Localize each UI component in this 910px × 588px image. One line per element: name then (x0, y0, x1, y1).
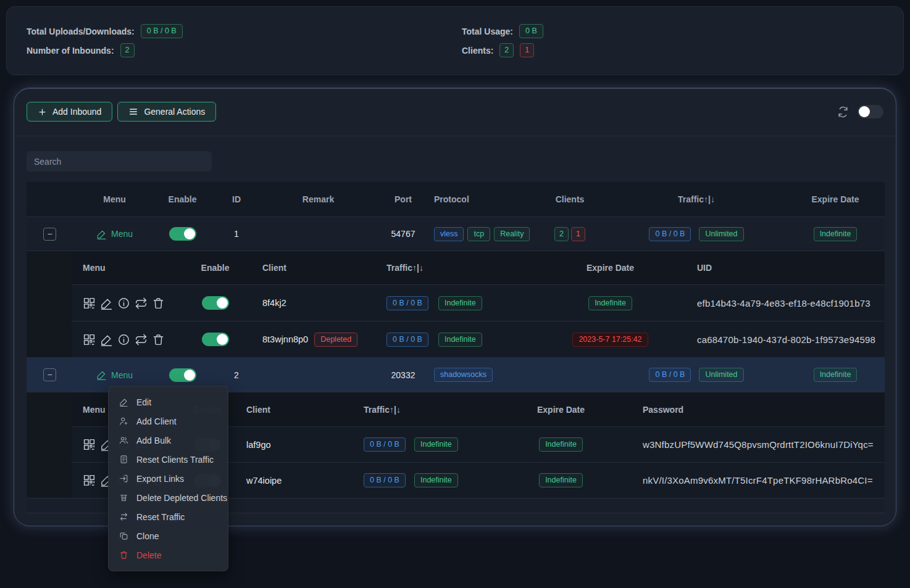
security-tag: Reality (494, 227, 530, 241)
depleted-badge: Depleted (314, 333, 357, 347)
menu-item-label: Delete Depleted Clients (136, 493, 227, 503)
toggle-knob (217, 297, 228, 308)
toggle-knob (859, 106, 870, 117)
file-icon (119, 455, 128, 464)
menu-item-delete[interactable]: Delete (109, 545, 228, 565)
header-uid: UID (683, 263, 885, 273)
inbound-row-1: − Menu 1 54767 vless tcp Reality 2 1 0 (27, 217, 885, 251)
menu-lines-icon (128, 107, 138, 117)
inbound-enable-toggle[interactable] (169, 368, 196, 382)
traffic-badge: 0 B / 0 B (386, 296, 428, 310)
inbound-protocol-tags: vless tcp Reality (434, 227, 533, 241)
client-enable-toggle[interactable] (202, 296, 229, 310)
inbound-id: 1 (209, 229, 264, 239)
toggle-knob (184, 370, 195, 381)
menu-item-reset-traffic[interactable]: Reset Traffic (109, 507, 228, 526)
header-menu: Menu (73, 194, 156, 204)
inbound-port: 20332 (372, 370, 434, 380)
user-add-icon (119, 416, 128, 426)
qr-code-icon[interactable] (83, 438, 96, 451)
header-expire-date: Expire Date (504, 405, 618, 415)
traffic-limit-badge: Indefinite (438, 333, 482, 347)
add-inbound-label: Add Inbound (52, 107, 101, 117)
transport-tag: tcp (467, 227, 490, 241)
protocol-tag: vless (434, 227, 464, 241)
client-name-group: 8t3wjnn8p0 Depleted (241, 333, 359, 347)
add-inbound-button[interactable]: Add Inbound (27, 102, 112, 122)
stat-label: Total Usage: (462, 27, 513, 36)
stat-total-uploads-downloads: Total Uploads/Downloads: 0 B / 0 B (27, 24, 462, 38)
inbounds-table-header: Menu Enable ID Remark Port Protocol Clie… (27, 182, 885, 217)
expire-badge: Indefinite (588, 296, 632, 310)
header-traffic[interactable]: Traffic↑|↓ (607, 194, 786, 204)
header-port: Port (372, 194, 434, 204)
trash-icon[interactable] (152, 297, 165, 310)
inbound-id: 2 (209, 370, 264, 380)
search-input[interactable] (27, 151, 212, 172)
traffic-limit-badge: Unlimited (699, 227, 743, 241)
header-menu: Menu (72, 263, 189, 273)
traffic-badge: 0 B / 0 B (364, 473, 406, 487)
reset-traffic-icon[interactable] (135, 297, 148, 310)
clients-table-header: Menu Enable Client Traffic↑|↓ Expire Dat… (72, 251, 885, 284)
qr-code-icon[interactable] (83, 474, 96, 487)
edit-pencil-icon (119, 397, 128, 407)
info-icon[interactable] (117, 297, 130, 310)
header-clients: Clients (533, 194, 607, 204)
client-name: 8t3wjnn8p0 (262, 334, 308, 344)
toolbar-right (837, 105, 883, 118)
stat-clients: Clients: 2 1 (462, 43, 883, 57)
inbound-enable-toggle[interactable] (169, 227, 196, 241)
row-menu-label: Menu (111, 370, 133, 380)
bin-icon (119, 493, 128, 502)
toggle-knob (184, 228, 195, 239)
trash-icon[interactable] (152, 333, 165, 346)
clients-depleted-badge: 1 (571, 227, 585, 241)
reset-traffic-icon[interactable] (135, 333, 148, 346)
traffic-badge: 0 B / 0 B (649, 227, 691, 241)
menu-item-label: Add Bulk (136, 436, 171, 445)
info-icon[interactable] (117, 333, 130, 346)
expire-badge: Indefinite (539, 473, 583, 487)
row-menu-button[interactable]: Menu (96, 229, 133, 239)
client-traffic: 0 B / 0 B Indefinite (359, 296, 538, 310)
client-enable-toggle[interactable] (202, 333, 229, 346)
clients-active-badge: 2 (499, 43, 514, 57)
qr-code-icon[interactable] (83, 297, 96, 310)
menu-item-label: Edit (136, 397, 151, 407)
edit-pencil-icon[interactable] (100, 297, 113, 310)
inbound-expire: Indefinite (786, 368, 885, 382)
refresh-icon[interactable] (837, 106, 849, 118)
stat-total-usage: Total Usage: 0 B (462, 24, 883, 38)
edit-pencil-icon[interactable] (100, 333, 113, 346)
menu-item-edit[interactable]: Edit (109, 392, 228, 412)
auto-refresh-toggle[interactable] (858, 105, 883, 118)
menu-item-reset-clients-traffic[interactable]: Reset Clients Traffic (109, 450, 228, 469)
menu-item-add-bulk[interactable]: Add Bulk (109, 431, 228, 450)
toolbar: Add Inbound General Actions (27, 102, 883, 122)
traffic-limit-badge: Indefinite (438, 296, 482, 310)
collapse-row-button[interactable]: − (43, 228, 56, 241)
general-actions-label: General Actions (144, 107, 205, 117)
header-traffic[interactable]: Traffic↑|↓ (359, 263, 538, 273)
stat-label: Number of Inbounds: (27, 46, 114, 56)
menu-item-add-client[interactable]: Add Client (109, 412, 228, 431)
menu-item-export-links[interactable]: Export Links (109, 469, 228, 488)
menu-item-clone[interactable]: Clone (109, 526, 228, 545)
menu-item-delete-depleted-clients[interactable]: Delete Depleted Clients (109, 488, 228, 507)
client-name: laf9go (229, 440, 343, 450)
general-actions-button[interactable]: General Actions (117, 102, 216, 122)
qr-code-icon[interactable] (83, 333, 96, 346)
menu-item-label: Reset Clients Traffic (136, 455, 214, 465)
edit-pencil-icon (96, 370, 107, 380)
toolbar-divider (14, 136, 896, 136)
inbound-protocol-tags: shadowsocks (434, 368, 533, 382)
menu-item-label: Add Client (136, 416, 177, 426)
traffic-limit-badge: Unlimited (699, 368, 743, 382)
header-protocol: Protocol (434, 194, 533, 204)
header-traffic[interactable]: Traffic↑|↓ (343, 405, 504, 415)
row-menu-button[interactable]: Menu (96, 370, 133, 380)
collapse-row-button[interactable]: − (43, 368, 56, 381)
client-traffic: 0 B / 0 B Indefinite (343, 473, 504, 487)
inbound-clients-count: 2 1 (533, 227, 607, 241)
